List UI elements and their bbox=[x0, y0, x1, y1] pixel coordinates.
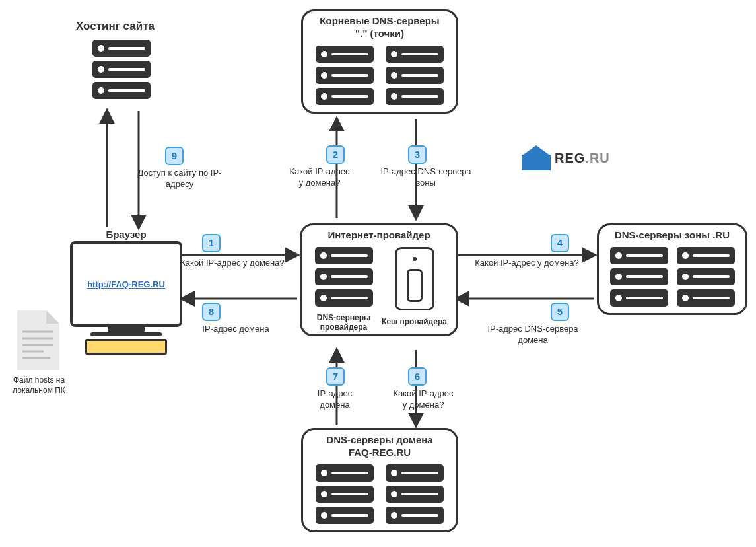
server-icon bbox=[386, 486, 444, 503]
server-icon bbox=[677, 289, 735, 307]
monitor-base bbox=[90, 332, 162, 336]
step-label-4: Какой IP-адрес у домена? bbox=[462, 258, 592, 269]
step-badge-5: 5 bbox=[551, 303, 569, 321]
browser-title: Браузер bbox=[70, 229, 182, 240]
server-icon bbox=[677, 247, 735, 264]
step-badge-2: 2 bbox=[326, 145, 345, 164]
server-icon bbox=[386, 46, 444, 63]
server-icon bbox=[316, 464, 374, 482]
step-label-3: IP-адрес DNS-серверазоны bbox=[370, 166, 482, 189]
server-icon bbox=[316, 88, 374, 105]
hosts-l1: Файл hosts на bbox=[13, 375, 65, 384]
step-label-8: IP-адрес домена bbox=[186, 324, 285, 335]
document-icon bbox=[12, 308, 65, 373]
server-icon bbox=[386, 88, 444, 105]
step-label-5: IP-адрес DNS-серверадомена bbox=[477, 324, 589, 346]
step-label-7: IP-адресдомена bbox=[298, 388, 371, 411]
server-icon bbox=[92, 40, 151, 57]
server-icon bbox=[316, 486, 374, 503]
server-icon bbox=[316, 507, 374, 524]
hosting-servers bbox=[92, 40, 151, 99]
brand-text: REG.RU bbox=[555, 151, 610, 166]
hosts-file: Файл hosts на локальном ПК bbox=[12, 308, 66, 396]
monitor-stand bbox=[108, 326, 145, 332]
server-icon bbox=[92, 82, 151, 99]
domain-servers bbox=[303, 460, 456, 530]
browser-block: Браузер http://FAQ-REG.RU bbox=[70, 229, 182, 355]
step-badge-1: 1 bbox=[202, 234, 221, 252]
hosting-title: Хостинг сайта bbox=[76, 20, 155, 33]
step-label-2: Какой IP-адресу домена? bbox=[280, 166, 359, 189]
diagram-stage: Хостинг сайта Корневые DNS-серверы "." (… bbox=[0, 0, 756, 547]
server-icon bbox=[386, 507, 444, 524]
root-title-l1: Корневые DNS-серверы bbox=[320, 15, 439, 26]
brand-main: REG bbox=[555, 151, 585, 165]
server-icon bbox=[386, 67, 444, 84]
server-icon bbox=[610, 268, 668, 285]
domain-dns-title: DNS-серверы домена FAQ-REG.RU bbox=[303, 430, 456, 460]
domain-title-l2: FAQ-REG.RU bbox=[349, 447, 411, 458]
isp-dns-label: DNS-серверы провайдера bbox=[308, 313, 379, 332]
step-label-9: Доступ к сайту по IP-адресу bbox=[127, 168, 232, 190]
step-label-6: Какой IP-адресу домена? bbox=[380, 388, 466, 411]
server-icon bbox=[315, 247, 373, 264]
step-badge-9: 9 bbox=[165, 147, 184, 165]
zone-servers bbox=[599, 243, 745, 313]
root-title-l2: "." (точки) bbox=[355, 28, 404, 39]
isp-cache-label: Кеш провайдера bbox=[382, 317, 447, 326]
step-label-1: Какой IP-адрес у домена? bbox=[173, 258, 292, 269]
root-servers bbox=[303, 42, 456, 112]
server-icon bbox=[315, 289, 373, 307]
server-icon bbox=[677, 268, 735, 285]
server-icon bbox=[386, 464, 444, 482]
regru-logo: REG.RU bbox=[522, 145, 610, 170]
server-icon bbox=[315, 268, 373, 285]
step-badge-7: 7 bbox=[326, 367, 345, 386]
browser-url: http://FAQ-REG.RU bbox=[87, 279, 165, 289]
step-badge-4: 4 bbox=[551, 234, 569, 252]
server-icon bbox=[316, 67, 374, 84]
step-badge-8: 8 bbox=[202, 303, 221, 321]
isp-title: Интернет-провайдер bbox=[302, 225, 456, 243]
hosts-l2: локальном ПК bbox=[13, 386, 65, 395]
server-icon bbox=[92, 61, 151, 78]
house-icon bbox=[522, 145, 551, 170]
root-dns-box: Корневые DNS-серверы "." (точки) bbox=[301, 9, 458, 114]
server-icon bbox=[610, 247, 668, 264]
zone-title: DNS-серверы зоны .RU bbox=[599, 225, 745, 243]
monitor-icon: http://FAQ-REG.RU bbox=[70, 241, 182, 327]
isp-content: DNS-серверы провайдера Кеш провайдера bbox=[302, 243, 456, 334]
isp-box: Интернет-провайдер DNS-серверы провайдер… bbox=[300, 223, 458, 336]
zone-ru-box: DNS-серверы зоны .RU bbox=[597, 223, 747, 315]
keyboard-icon bbox=[85, 339, 167, 355]
domain-dns-box: DNS-серверы домена FAQ-REG.RU bbox=[301, 428, 458, 532]
root-dns-title: Корневые DNS-серверы "." (точки) bbox=[303, 11, 456, 42]
hosts-caption: Файл hosts на локальном ПК bbox=[12, 375, 66, 396]
server-icon bbox=[610, 289, 668, 307]
domain-title-l1: DNS-серверы домена bbox=[326, 434, 432, 445]
brand-suffix: .RU bbox=[585, 151, 609, 165]
step-badge-3: 3 bbox=[408, 145, 427, 164]
step-badge-6: 6 bbox=[408, 367, 427, 386]
cache-icon bbox=[395, 247, 434, 310]
server-icon bbox=[316, 46, 374, 63]
